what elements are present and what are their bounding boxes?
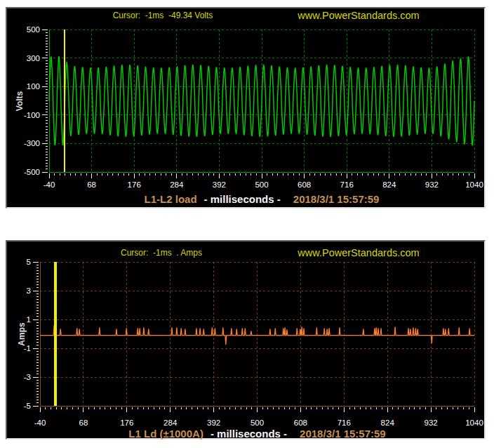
x-tick-label: 932 [425,419,438,427]
x-tick-label: 68 [87,180,96,189]
x-tick-label: 392 [207,419,220,427]
x-tick-label: 176 [120,419,133,427]
y-tick-label: 5 [27,258,31,266]
y-tick-label: 500 [27,25,40,34]
x-tick-label: 500 [255,180,268,189]
x-tick-label: 716 [338,419,351,427]
current-waveform-panel: Cursor: -1ms . Amps www.PowerStandards.c… [6,240,486,440]
y-tick-label: -3 [24,373,31,381]
timestamp-label: 2018/3/1 15:57:59 [300,428,386,440]
y-tick-label: -1 [24,344,31,353]
timestamp-label: 2018/3/1 15:57:59 [293,193,380,205]
x-tick-label: -40 [34,419,46,427]
y-tick-label: -5 [24,402,31,410]
voltage-waveform-panel: Cursor: -1ms -49.34 Volts www.PowerStand… [6,7,486,209]
x-tick-label: 932 [425,180,439,189]
x-tick-label: 824 [381,419,395,427]
x-tick-label: 1040 [465,419,483,427]
chart-footer: L1 Ld (±1000A) - milliseconds - 2018/3/1… [40,428,474,440]
voltage-plot: 500300100-100-300-500-406817628439250060… [7,8,484,207]
y-tick-label: -100 [24,111,40,119]
y-tick-label: 300 [27,54,40,62]
y-tick-label: 100 [27,82,40,91]
x-tick-label: 608 [294,419,307,427]
y-tick-label: 3 [27,286,31,295]
x-tick-label: 1040 [465,180,483,189]
x-tick-label: 176 [128,180,141,189]
waveform-trace [40,325,474,345]
x-tick-label: 824 [382,180,396,189]
x-tick-label: 68 [79,419,88,427]
x-tick-label: 500 [251,419,264,427]
x-tick-label: -40 [44,180,55,189]
current-plot: 531-1-3-5-406817628439250060871682493210… [7,242,484,438]
x-tick-label: 716 [340,180,354,189]
y-tick-label: 1 [27,315,31,324]
x-axis-title: - milliseconds - [211,428,287,440]
channel-label: L1-L2 load [145,193,197,205]
y-tick-label: -300 [24,139,40,147]
x-tick-label: 284 [163,419,178,427]
x-tick-label: 284 [170,180,184,189]
channel-label: L1 Ld (±1000A) [128,428,203,440]
x-tick-label: 608 [298,180,311,189]
y-tick-label: -500 [24,168,40,176]
x-tick-label: 392 [213,180,226,189]
chart-footer: L1-L2 load - milliseconds - 2018/3/1 15:… [49,193,474,205]
x-axis-title: - milliseconds - [204,193,281,205]
